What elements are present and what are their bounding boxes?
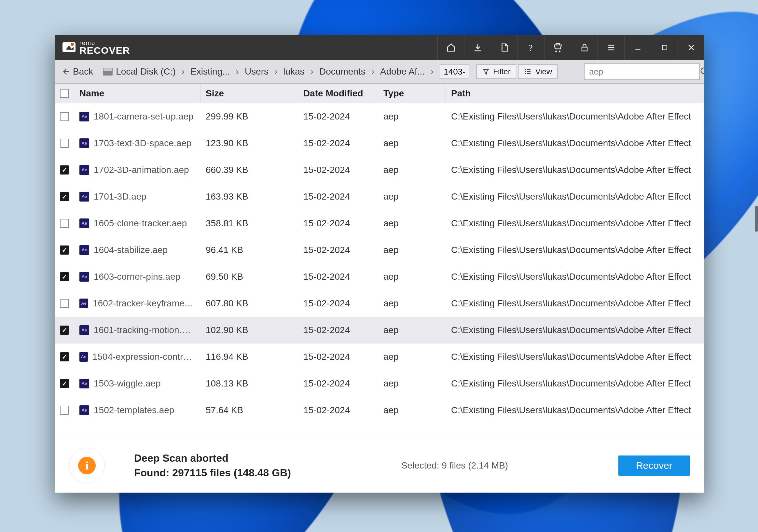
close-button[interactable] <box>677 35 704 60</box>
col-date[interactable]: Date Modified <box>298 84 378 103</box>
row-checkbox[interactable] <box>60 326 69 335</box>
file-date: 15-02-2024 <box>298 352 378 362</box>
filter-button[interactable]: Filter <box>476 64 516 79</box>
svg-point-1 <box>71 43 74 46</box>
menu-icon[interactable] <box>598 35 624 60</box>
col-name[interactable]: Name <box>74 84 200 103</box>
file-date: 15-02-2024 <box>298 111 378 122</box>
row-checkbox[interactable] <box>60 112 69 121</box>
table-row[interactable]: Ae1703-text-3D-space.aep123.90 KB15-02-2… <box>55 130 704 157</box>
chevron-right-icon: › <box>306 66 318 77</box>
search-input[interactable] <box>585 67 700 77</box>
file-type: aep <box>378 378 446 389</box>
row-checkbox[interactable] <box>60 352 69 361</box>
aep-file-icon: Ae <box>80 299 88 308</box>
col-path[interactable]: Path <box>446 84 704 103</box>
col-size[interactable]: Size <box>200 84 298 103</box>
breadcrumb-item[interactable]: Local Disk (C:) <box>115 66 177 77</box>
row-checkbox[interactable] <box>60 219 69 228</box>
file-path: C:\Existing Files\Users\lukas\Documents\… <box>446 138 704 149</box>
file-date: 15-02-2024 <box>298 271 378 282</box>
maximize-button[interactable] <box>651 35 677 60</box>
export-icon[interactable] <box>491 35 517 60</box>
breadcrumb-item[interactable]: Documents <box>318 66 367 77</box>
chevron-right-icon: › <box>426 66 438 77</box>
file-name: 1701-3D.aep <box>94 192 147 202</box>
chevron-right-icon: › <box>367 66 379 77</box>
search-box <box>584 63 700 80</box>
download-icon[interactable] <box>464 35 491 60</box>
row-checkbox[interactable] <box>60 192 69 201</box>
file-type: aep <box>378 192 446 202</box>
breadcrumb-item[interactable]: Users <box>243 66 270 77</box>
page-scrollbar-thumb[interactable] <box>755 206 758 232</box>
table-row[interactable]: Ae1702-3D-animation.aep660.39 KB15-02-20… <box>55 157 704 183</box>
file-name: 1604-stabilize.aep <box>94 245 168 255</box>
breadcrumb-item[interactable]: lukas <box>282 66 306 77</box>
aep-file-icon: Ae <box>80 192 89 201</box>
file-size: 102.90 KB <box>200 325 298 336</box>
breadcrumb-input[interactable] <box>440 64 469 79</box>
aep-file-icon: Ae <box>80 219 89 228</box>
file-path: C:\Existing Files\Users\lukas\Documents\… <box>446 218 704 229</box>
table-header: Name Size Date Modified Type Path <box>55 84 704 103</box>
row-checkbox[interactable] <box>60 406 69 415</box>
back-arrow-icon <box>61 67 70 76</box>
view-button[interactable]: View <box>518 64 558 79</box>
row-checkbox[interactable] <box>60 299 69 308</box>
app-window: remo RECOVER ? <box>55 35 704 493</box>
table-row[interactable]: Ae1504-expression-controls.aep116.94 KB1… <box>55 343 704 370</box>
chevron-right-icon: › <box>177 66 189 77</box>
aep-file-icon: Ae <box>80 325 89 335</box>
file-type: aep <box>378 298 446 309</box>
file-type: aep <box>378 325 446 336</box>
scan-status-line2: Found: 297115 files (148.48 GB) <box>134 467 291 479</box>
minimize-button[interactable] <box>624 35 651 60</box>
search-button[interactable] <box>700 64 704 80</box>
table-row[interactable]: Ae1603-corner-pins.aep69.50 KB15-02-2024… <box>55 264 704 290</box>
file-type: aep <box>378 111 446 122</box>
lock-icon[interactable] <box>571 35 598 60</box>
select-all-checkbox[interactable] <box>60 89 69 98</box>
file-date: 15-02-2024 <box>298 378 378 389</box>
row-checkbox[interactable] <box>60 139 69 148</box>
aep-file-icon: Ae <box>80 112 89 122</box>
recover-button[interactable]: Recover <box>618 455 690 476</box>
table-row[interactable]: Ae1602-tracker-keyframes.aep607.80 KB15-… <box>55 290 704 317</box>
file-path: C:\Existing Files\Users\lukas\Documents\… <box>446 111 704 122</box>
file-type: aep <box>378 352 446 362</box>
help-icon[interactable]: ? <box>517 35 544 60</box>
aep-file-icon: Ae <box>80 405 89 415</box>
file-size: 108.13 KB <box>200 378 298 389</box>
table-row[interactable]: Ae1604-stabilize.aep96.41 KB15-02-2024ae… <box>55 237 704 264</box>
file-name: 1602-tracker-keyframes.aep <box>93 298 195 309</box>
status-bar: i Deep Scan aborted Found: 297115 files … <box>55 438 704 493</box>
table-row[interactable]: Ae1601-tracking-motion.aep102.90 KB15-02… <box>55 317 704 343</box>
row-checkbox[interactable] <box>60 245 69 255</box>
row-checkbox[interactable] <box>60 272 69 281</box>
search-icon <box>700 67 704 77</box>
aep-file-icon: Ae <box>80 352 88 362</box>
table-row[interactable]: Ae1605-clone-tracker.aep358.81 KB15-02-2… <box>55 210 704 237</box>
table-row[interactable]: Ae1801-camera-set-up.aep299.99 KB15-02-2… <box>55 103 704 130</box>
svg-rect-3 <box>582 47 587 51</box>
file-path: C:\Existing Files\Users\lukas\Documents\… <box>446 245 704 255</box>
aep-file-icon: Ae <box>80 272 89 282</box>
back-button[interactable]: Back <box>59 66 98 77</box>
file-type: aep <box>378 405 446 415</box>
table-row[interactable]: Ae1701-3D.aep163.93 KB15-02-2024aepC:\Ex… <box>55 183 704 210</box>
home-icon[interactable] <box>437 35 464 60</box>
table-body: Ae1801-camera-set-up.aep299.99 KB15-02-2… <box>55 103 704 438</box>
file-path: C:\Existing Files\Users\lukas\Documents\… <box>446 352 704 362</box>
view-list-icon <box>524 68 532 76</box>
table-row[interactable]: Ae1502-templates.aep57.64 KB15-02-2024ae… <box>55 397 704 424</box>
breadcrumb-item[interactable]: Adobe Af... <box>379 66 426 77</box>
filter-icon <box>482 68 490 76</box>
table-row[interactable]: Ae1503-wiggle.aep108.13 KB15-02-2024aepC… <box>55 370 704 397</box>
row-checkbox[interactable] <box>60 165 69 174</box>
col-type[interactable]: Type <box>378 84 446 103</box>
row-checkbox[interactable] <box>60 379 69 388</box>
breadcrumb-item[interactable]: Existing... <box>189 66 231 77</box>
cart-icon[interactable] <box>544 35 571 60</box>
file-size: 299.99 KB <box>200 111 298 122</box>
